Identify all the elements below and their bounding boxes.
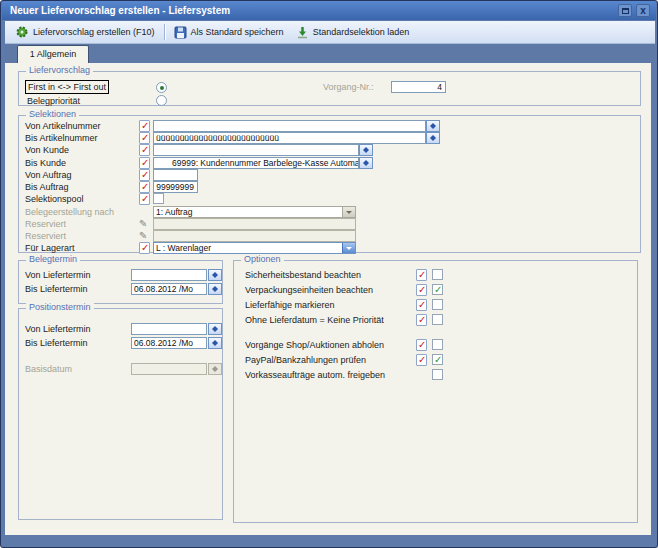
window-title: Neuer Liefervorschlag erstellen - Liefer… — [10, 5, 230, 16]
field-label: Für Lagerart — [25, 243, 75, 254]
option-label: Ohne Lieferdatum = Keine Priorität — [245, 315, 384, 326]
von-auftrag-field[interactable] — [153, 169, 198, 181]
gear-icon — [15, 25, 29, 39]
ohne-lieferdatum-checkbox[interactable] — [432, 314, 443, 325]
selection-pin-icon[interactable] — [416, 284, 427, 296]
field-label: Von Liefertermin — [25, 324, 91, 335]
selection-pin-icon[interactable] — [139, 120, 150, 132]
selection-pin-icon[interactable] — [139, 144, 150, 156]
group-title: Liefervorschlag — [26, 65, 93, 75]
save-as-default-button[interactable]: Als Standard speichern — [168, 23, 290, 42]
spinner-button[interactable] — [426, 120, 440, 132]
toolbar: Liefervorschlag erstellen (F10) Als Stan… — [5, 21, 655, 44]
group-title: Optionen — [241, 254, 284, 264]
create-delivery-proposal-button[interactable]: Liefervorschlag erstellen (F10) — [9, 23, 161, 42]
selection-pin-icon[interactable] — [139, 132, 150, 144]
vorgang-nr-label: Vorgang-Nr.: — [323, 82, 374, 93]
radio-belegprioritaet[interactable] — [156, 95, 167, 106]
close-window-button[interactable]: x — [636, 4, 650, 17]
option-label: PayPal/Bankzahlungen prüfen — [245, 355, 366, 366]
option-label: Lieferfähige markieren — [245, 300, 335, 311]
vorgang-nr-field[interactable]: 4 — [391, 81, 446, 93]
download-icon — [296, 26, 309, 39]
reserviert-field-2 — [153, 230, 356, 242]
spinner-button[interactable] — [208, 323, 222, 335]
button-label: Als Standard speichern — [191, 27, 284, 37]
spinner-button[interactable] — [359, 157, 373, 169]
field-label: Bis Liefertermin — [25, 284, 88, 295]
titlebar[interactable]: Neuer Liefervorschlag erstellen - Liefer… — [2, 1, 656, 20]
von-artikelnummer-field[interactable] — [153, 120, 426, 132]
belegerstellung-combobox[interactable]: 1: Auftrag — [153, 206, 356, 218]
radio-label-belegprioritaet[interactable]: Belegpriorität — [27, 96, 80, 107]
field-label: Bis Liefertermin — [25, 338, 88, 349]
basisdatum-field — [131, 363, 207, 375]
beleg-von-liefertermin-field[interactable] — [131, 269, 207, 281]
selection-pin-icon[interactable] — [139, 169, 150, 181]
sicherheitsbestand-checkbox[interactable] — [432, 269, 443, 280]
selection-pin-icon[interactable] — [416, 314, 427, 326]
tab-strip: 1 Allgemein — [5, 44, 655, 63]
toolbar-separator — [164, 24, 165, 40]
selektionspool-checkbox[interactable] — [153, 193, 164, 204]
option-label: Verpackungseinheiten beachten — [245, 285, 373, 296]
beleg-bis-liefertermin-field[interactable]: 06.08.2012 /Mo — [131, 283, 207, 295]
vorgaenge-shop-checkbox[interactable] — [432, 339, 443, 350]
group-positionstermin: Positionstermin Von Liefertermin Bis Lie… — [18, 308, 223, 520]
group-title: Belegtermin — [26, 254, 80, 264]
field-label: Selektionspool — [25, 194, 84, 205]
bis-artikelnummer-field[interactable]: üüüüüüüüüüüüüüüüüüüüüüüüüü — [153, 132, 426, 144]
spinner-button[interactable] — [426, 132, 440, 144]
field-label: Bis Artikelnummer — [25, 133, 98, 144]
load-default-selection-button[interactable]: Standardselektion laden — [290, 23, 416, 42]
selection-pin-icon[interactable] — [416, 339, 427, 351]
lagerart-combobox[interactable]: L : Warenlager — [153, 242, 356, 254]
lieferfaehige-checkbox[interactable] — [432, 299, 443, 310]
selection-pin-icon[interactable] — [416, 299, 427, 311]
spinner-button[interactable] — [208, 337, 222, 349]
field-label: Von Liefertermin — [25, 270, 91, 281]
selection-pin-icon[interactable] — [416, 354, 427, 366]
save-icon — [174, 26, 187, 39]
tab-page-allgemein: Liefervorschlag First in <-> First out B… — [5, 63, 651, 535]
bis-kunde-field[interactable]: 69999: Kundennummer Barbelege-Kasse Auto… — [153, 157, 359, 169]
spinner-button[interactable] — [359, 144, 373, 156]
verpackungseinheiten-checkbox[interactable] — [432, 284, 443, 295]
vorkasseauftraege-checkbox[interactable] — [432, 369, 443, 380]
field-label: Reserviert — [25, 231, 66, 242]
spinner-button[interactable] — [208, 269, 222, 281]
combobox-value: L : Warenlager — [156, 243, 211, 253]
group-selektionen: Selektionen Von Artikelnummer Bis Artike… — [18, 115, 641, 253]
spinner-button[interactable] — [208, 283, 222, 295]
button-label: Standardselektion laden — [313, 27, 410, 37]
group-optionen: Optionen Sicherheitsbestand beachten Ver… — [233, 260, 638, 523]
bis-auftrag-field[interactable]: 99999999 — [153, 181, 198, 193]
pos-von-liefertermin-field[interactable] — [131, 323, 207, 335]
dropdown-arrow-icon[interactable] — [342, 207, 355, 217]
radio-fifo[interactable] — [156, 82, 167, 93]
dropdown-arrow-icon[interactable] — [342, 243, 355, 253]
pos-bis-liefertermin-field[interactable]: 06.08.2012 /Mo — [131, 337, 207, 349]
field-label: Basisdatum — [25, 364, 72, 375]
option-label: Sicherheitsbestand beachten — [245, 270, 361, 281]
selection-pin-icon[interactable] — [139, 157, 150, 169]
radio-label-fifo[interactable]: First in <-> First out — [25, 80, 109, 94]
group-liefervorschlag: Liefervorschlag First in <-> First out B… — [18, 71, 641, 106]
field-label: Belegeerstellung nach — [25, 207, 114, 218]
paypal-bankzahlungen-checkbox[interactable] — [432, 354, 443, 365]
option-label: Vorkasseaufträge autom. freigeben — [245, 370, 385, 381]
restore-icon — [622, 8, 629, 14]
selection-pin-icon[interactable] — [416, 269, 427, 281]
field-label: Von Kunde — [25, 145, 69, 156]
edit-icon — [139, 218, 150, 230]
selection-pin-icon[interactable] — [139, 181, 150, 193]
spinner-button — [208, 363, 222, 375]
tab-allgemein[interactable]: 1 Allgemein — [17, 45, 89, 63]
edit-icon — [139, 230, 150, 242]
selection-pin-icon[interactable] — [139, 193, 150, 205]
selection-pin-icon[interactable] — [139, 242, 150, 254]
dialog-window: Neuer Liefervorschlag erstellen - Liefer… — [0, 0, 658, 548]
von-kunde-field[interactable] — [153, 144, 359, 156]
group-title: Selektionen — [26, 109, 79, 119]
restore-window-button[interactable] — [618, 4, 632, 17]
